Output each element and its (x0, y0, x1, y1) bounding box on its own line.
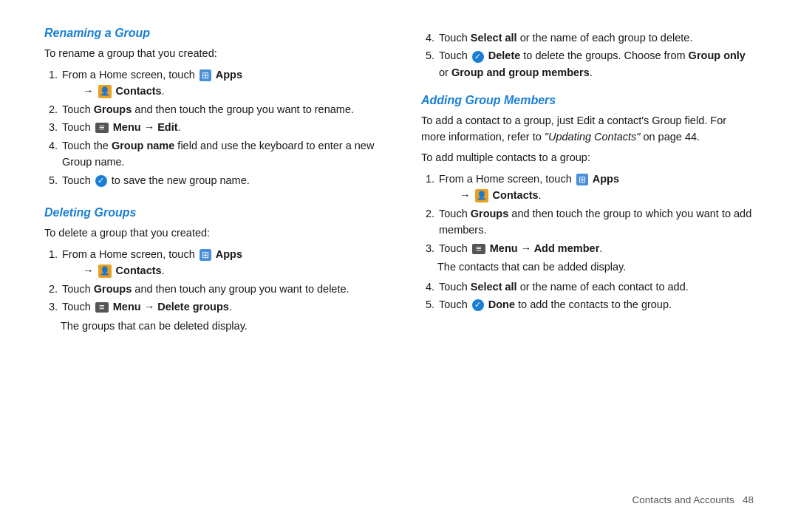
deleting-groups-section: Deleting Groups To delete a group that y… (44, 206, 377, 338)
deleting-groups-steps: From a Home screen, touch Apps → Contact… (61, 246, 377, 316)
delete-step-1: From a Home screen, touch Apps → Contact… (61, 246, 377, 279)
add-note: The contacts that can be added display. (437, 259, 754, 276)
contacts-icon-2 (98, 265, 112, 278)
adding-multiple-intro: To add multiple contacts to a group: (421, 150, 754, 166)
delete-steps-cont: Touch Select all or the name of each gro… (437, 30, 754, 81)
add-step-4: Touch Select all or the name of each con… (437, 279, 754, 295)
renaming-group-section: Renaming a Group To rename a group that … (44, 27, 377, 190)
contacts-icon-3 (475, 189, 488, 202)
delete-step-2: Touch Groups and then touch any group yo… (61, 281, 377, 297)
delete-step-5: Touch Delete to delete the groups. Choos… (437, 47, 754, 81)
check-icon-2 (472, 51, 484, 63)
adding-group-steps: From a Home screen, touch Apps → Contact… (437, 171, 754, 256)
left-column: Renaming a Group To rename a group that … (44, 27, 377, 487)
adding-group-members-intro: To add a contact to a group, just Edit a… (421, 113, 754, 146)
menu-icon-1 (95, 123, 109, 133)
apps-icon (200, 69, 211, 81)
right-column: Touch Select all or the name of each gro… (421, 27, 754, 487)
rename-step-5: Touch to save the new group name. (61, 172, 377, 188)
renaming-group-intro: To rename a group that you created: (44, 46, 377, 62)
renaming-group-title: Renaming a Group (44, 27, 377, 40)
deleting-groups-intro: To delete a group that you created: (44, 225, 377, 242)
footer-page: 48 (743, 494, 754, 505)
rename-step-1: From a Home screen, touch Apps → Contact… (61, 66, 377, 100)
delete-step-4: Touch Select all or the name of each gro… (437, 30, 754, 46)
check-icon-1 (95, 175, 107, 187)
adding-group-members-title: Adding Group Members (421, 94, 754, 107)
footer: Contacts and Accounts 48 (44, 487, 754, 505)
delete-step-3: Touch Menu → Delete groups. (61, 299, 377, 315)
menu-icon-2 (95, 302, 109, 313)
menu-icon-3 (472, 244, 485, 254)
delete-continuation: Touch Select all or the name of each gro… (421, 27, 754, 82)
apps-icon-2 (200, 249, 211, 261)
apps-label: Apps (216, 69, 242, 81)
add-step-5: Touch Done to add the contacts to the gr… (437, 296, 754, 313)
page: Renaming a Group To rename a group that … (0, 0, 798, 532)
footer-text: Contacts and Accounts (632, 494, 734, 505)
deleting-groups-note: The groups that can be deleted display. (61, 318, 377, 335)
rename-step-2: Touch Groups and then touch the group yo… (61, 101, 377, 117)
renaming-group-steps: From a Home screen, touch Apps → Contact… (61, 66, 377, 188)
rename-step-3: Touch Menu → Edit. (61, 119, 377, 135)
rename-step-4: Touch the Group name field and use the k… (61, 137, 377, 171)
arrow-contacts-2: → Contacts. (83, 262, 377, 279)
add-step-3: Touch Menu → Add member. (437, 240, 754, 256)
add-step-1: From a Home screen, touch Apps → Contact… (437, 171, 754, 204)
check-icon-3 (472, 299, 484, 311)
adding-group-members-section: Adding Group Members To add a contact to… (421, 94, 754, 314)
deleting-groups-title: Deleting Groups (44, 206, 377, 219)
content-columns: Renaming a Group To rename a group that … (44, 27, 754, 487)
contacts-icon-1 (98, 85, 112, 98)
arrow-contacts-3: → Contacts. (460, 187, 754, 203)
apps-icon-3 (576, 174, 588, 185)
adding-group-steps-cont: Touch Select all or the name of each con… (437, 279, 754, 313)
add-step-2: Touch Groups and then touch the group to… (437, 205, 754, 239)
arrow-contacts-1: → Contacts. (83, 83, 377, 99)
